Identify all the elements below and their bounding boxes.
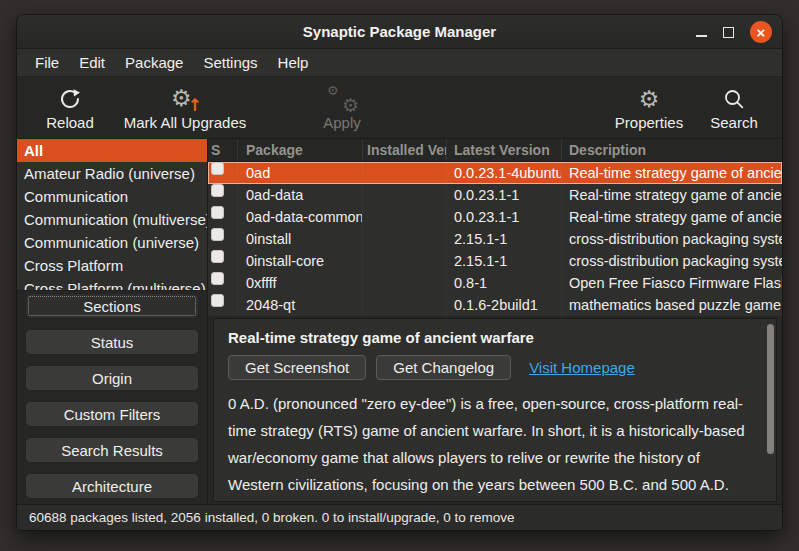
installed-version-cell bbox=[363, 250, 447, 272]
description-cell: Real-time strategy game of ancient warfa… bbox=[562, 206, 782, 228]
column-header-installed-ver[interactable]: Installed Ver bbox=[363, 139, 447, 161]
minimize-icon[interactable] bbox=[696, 35, 707, 37]
column-header-s[interactable]: S bbox=[208, 139, 238, 161]
package-name-cell: 0ad-data bbox=[238, 184, 363, 206]
get-screenshot-button[interactable]: Get Screenshot bbox=[228, 355, 366, 380]
detail-description: 0 A.D. (pronounced "zero ey-dee") is a f… bbox=[228, 390, 750, 502]
reload-icon bbox=[59, 86, 81, 112]
sidebar-buttons: SectionsStatusOriginCustom FiltersSearch… bbox=[17, 291, 207, 501]
window-controls: × bbox=[696, 15, 772, 49]
origin-button[interactable]: Origin bbox=[25, 365, 199, 391]
column-header-latest-version[interactable]: Latest Version bbox=[447, 139, 562, 161]
properties-icon: ⚙ bbox=[639, 86, 660, 112]
detail-button-row: Get Screenshot Get Changelog Visit Homep… bbox=[228, 355, 750, 380]
table-row[interactable]: 0install2.15.1-1cross-distribution packa… bbox=[208, 228, 782, 250]
content-area: SPackageInstalled VerLatest VersionDescr… bbox=[208, 139, 782, 504]
column-header-description[interactable]: Description bbox=[562, 139, 782, 161]
menubar: FileEditPackageSettingsHelp bbox=[17, 49, 782, 77]
table-body: 0ad0.0.23.1-4ubuntu3Real-time strategy g… bbox=[208, 162, 782, 316]
column-header-package[interactable]: Package bbox=[238, 139, 363, 161]
category-item-cross-platform-multiverse[interactable]: Cross Platform (multiverse) bbox=[17, 277, 207, 291]
latest-version-cell: 0.8-1 bbox=[447, 272, 562, 294]
latest-version-cell: 0.1.6-2build1 bbox=[447, 294, 562, 316]
package-name-cell: 2048-qt bbox=[238, 294, 363, 316]
sections-button[interactable]: Sections bbox=[25, 293, 199, 319]
close-icon[interactable]: × bbox=[750, 21, 772, 43]
titlebar[interactable]: Synaptic Package Manager × bbox=[17, 15, 782, 49]
menu-edit[interactable]: Edit bbox=[69, 49, 115, 77]
latest-version-cell: 0.0.23.1-4ubuntu3 bbox=[447, 162, 562, 184]
reload-button[interactable]: Reload bbox=[25, 77, 115, 138]
get-changelog-button[interactable]: Get Changelog bbox=[376, 355, 511, 380]
category-item-amateur-radio-universe[interactable]: Amateur Radio (universe) bbox=[17, 162, 207, 185]
custom-filters-button[interactable]: Custom Filters bbox=[25, 401, 199, 427]
package-checkbox[interactable] bbox=[211, 184, 224, 197]
description-cell: Real-time strategy game of ancient warfa… bbox=[562, 184, 782, 206]
category-item-all[interactable]: All bbox=[17, 139, 207, 162]
package-checkbox[interactable] bbox=[211, 294, 224, 307]
status-cell bbox=[208, 294, 238, 316]
menu-help[interactable]: Help bbox=[268, 49, 319, 77]
table-row[interactable]: 2048-qt0.1.6-2build1mathematics based pu… bbox=[208, 294, 782, 316]
table-row[interactable]: 0ad-data0.0.23.1-1Real-time strategy gam… bbox=[208, 184, 782, 206]
detail-title: Real-time strategy game of ancient warfa… bbox=[228, 329, 750, 346]
latest-version-cell: 2.15.1-1 bbox=[447, 228, 562, 250]
category-item-communication-multiverse[interactable]: Communication (multiverse) bbox=[17, 208, 207, 231]
category-item-communication[interactable]: Communication bbox=[17, 185, 207, 208]
search-button[interactable]: Search bbox=[694, 77, 774, 138]
visit-homepage-link[interactable]: Visit Homepage bbox=[529, 359, 635, 376]
menu-file[interactable]: File bbox=[25, 49, 69, 77]
description-cell: cross-distribution packaging system bbox=[562, 250, 782, 272]
category-item-cross-platform[interactable]: Cross Platform bbox=[17, 254, 207, 277]
table-row[interactable]: 0ad0.0.23.1-4ubuntu3Real-time strategy g… bbox=[208, 162, 782, 184]
category-item-communication-universe[interactable]: Communication (universe) bbox=[17, 231, 207, 254]
sidebar: AllAmateur Radio (universe)Communication… bbox=[17, 139, 208, 504]
description-cell: Open Free Fiasco Firmware Flasher bbox=[562, 272, 782, 294]
package-checkbox[interactable] bbox=[211, 228, 224, 241]
status-button[interactable]: Status bbox=[25, 329, 199, 355]
main-area: AllAmateur Radio (universe)Communication… bbox=[17, 139, 782, 504]
status-cell bbox=[208, 272, 238, 294]
mark-all-upgrades-label: Mark All Upgrades bbox=[124, 114, 247, 131]
latest-version-cell: 0.0.23.1-1 bbox=[447, 184, 562, 206]
latest-version-cell: 2.15.1-1 bbox=[447, 250, 562, 272]
table-header: SPackageInstalled VerLatest VersionDescr… bbox=[208, 139, 782, 162]
description-cell: Real-time strategy game of ancient warfa… bbox=[562, 162, 782, 184]
apply-label: Apply bbox=[323, 114, 361, 131]
apply-icon: ⚙⚙ bbox=[327, 86, 357, 112]
table-row[interactable]: 0install-core2.15.1-1cross-distribution … bbox=[208, 250, 782, 272]
synaptic-window: Synaptic Package Manager × FileEditPacka… bbox=[16, 14, 783, 531]
properties-button[interactable]: ⚙ Properties bbox=[604, 77, 694, 138]
maximize-icon[interactable] bbox=[723, 27, 734, 38]
package-checkbox[interactable] bbox=[211, 250, 224, 263]
menu-package[interactable]: Package bbox=[115, 49, 193, 77]
status-cell bbox=[208, 162, 238, 184]
detail-scrollbar-thumb[interactable] bbox=[767, 324, 774, 454]
status-cell bbox=[208, 184, 238, 206]
table-row[interactable]: 0ad-data-common0.0.23.1-1Real-time strat… bbox=[208, 206, 782, 228]
statusbar: 60688 packages listed, 2056 installed, 0… bbox=[17, 504, 782, 530]
installed-version-cell bbox=[363, 206, 447, 228]
table-row[interactable]: 0xffff0.8-1Open Free Fiasco Firmware Fla… bbox=[208, 272, 782, 294]
package-checkbox[interactable] bbox=[211, 162, 224, 175]
installed-version-cell bbox=[363, 294, 447, 316]
package-name-cell: 0ad-data-common bbox=[238, 206, 363, 228]
properties-label: Properties bbox=[615, 114, 683, 131]
package-checkbox[interactable] bbox=[211, 206, 224, 219]
package-name-cell: 0install bbox=[238, 228, 363, 250]
window-title: Synaptic Package Manager bbox=[17, 23, 782, 40]
status-cell bbox=[208, 250, 238, 272]
mark-all-upgrades-button[interactable]: ⚙↑ Mark All Upgrades bbox=[115, 77, 255, 138]
architecture-button[interactable]: Architecture bbox=[25, 473, 199, 499]
package-checkbox[interactable] bbox=[211, 272, 224, 285]
mark-all-upgrades-icon: ⚙↑ bbox=[171, 86, 199, 112]
search-icon bbox=[723, 86, 745, 112]
search-results-button[interactable]: Search Results bbox=[25, 437, 199, 463]
menu-settings[interactable]: Settings bbox=[193, 49, 267, 77]
package-name-cell: 0install-core bbox=[238, 250, 363, 272]
installed-version-cell bbox=[363, 184, 447, 206]
detail-scrollbar[interactable] bbox=[767, 323, 774, 497]
package-name-cell: 0xffff bbox=[238, 272, 363, 294]
package-table: SPackageInstalled VerLatest VersionDescr… bbox=[208, 139, 782, 316]
category-list: AllAmateur Radio (universe)Communication… bbox=[17, 139, 207, 291]
